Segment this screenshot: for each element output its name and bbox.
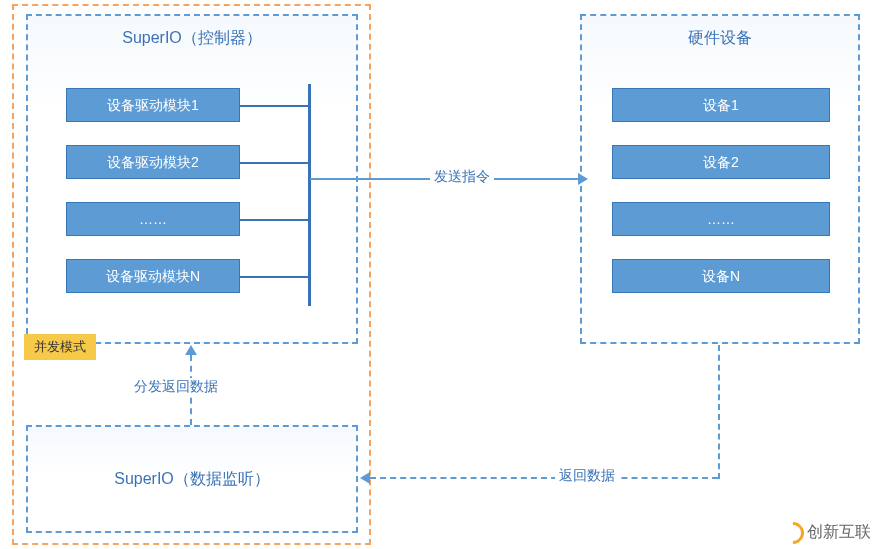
device-item: 设备2: [612, 145, 830, 179]
return-data-vline: [718, 345, 720, 479]
dispatch-label: 分发返回数据: [130, 378, 222, 396]
listener-title: SuperIO（数据监听）: [114, 469, 270, 490]
arrow-head-up-icon: [185, 345, 197, 355]
watermark-logo-icon: [781, 521, 803, 543]
mode-badge: 并发模式: [24, 334, 96, 360]
bus-connector: [240, 219, 310, 221]
bus-connector: [240, 162, 310, 164]
driver-bus-line: [308, 84, 311, 306]
driver-module: 设备驱动模块N: [66, 259, 240, 293]
arrow-head-right-icon: [578, 173, 588, 185]
bus-connector: [240, 276, 310, 278]
return-data-arrow: [370, 477, 718, 479]
device-item: ……: [612, 202, 830, 236]
listener-box: SuperIO（数据监听）: [26, 425, 358, 533]
send-command-label: 发送指令: [430, 168, 494, 186]
driver-list: 设备驱动模块1 设备驱动模块2 …… 设备驱动模块N: [66, 88, 240, 316]
controller-title: SuperIO（控制器）: [28, 16, 356, 57]
watermark-text: 创新互联: [807, 522, 871, 543]
watermark: 创新互联: [781, 521, 871, 543]
device-item: 设备N: [612, 259, 830, 293]
arrow-head-left-icon: [360, 472, 370, 484]
hardware-box: 硬件设备 设备1 设备2 …… 设备N: [580, 14, 860, 344]
controller-box: SuperIO（控制器） 设备驱动模块1 设备驱动模块2 …… 设备驱动模块N: [26, 14, 358, 344]
bus-connector: [240, 105, 310, 107]
return-data-label: 返回数据: [555, 467, 619, 485]
driver-module: ……: [66, 202, 240, 236]
driver-module: 设备驱动模块2: [66, 145, 240, 179]
device-list: 设备1 设备2 …… 设备N: [612, 88, 830, 316]
driver-module: 设备驱动模块1: [66, 88, 240, 122]
hardware-title: 硬件设备: [582, 16, 858, 57]
device-item: 设备1: [612, 88, 830, 122]
